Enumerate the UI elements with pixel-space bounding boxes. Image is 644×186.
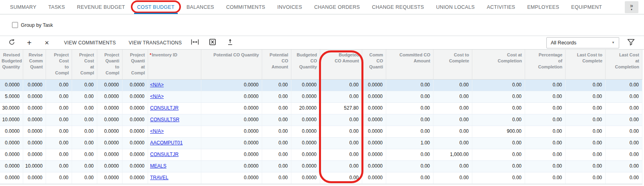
cell-last-cost-to-complete[interactable]: 0.00 [566,114,606,126]
cell-committed-co-amount[interactable]: 0.00 [386,126,433,137]
cell-revised-committed-quantity[interactable]: 0.0000 [23,80,46,91]
cell-committed-co-amount[interactable]: 0.00 [386,91,433,102]
refresh-button[interactable] [6,38,17,48]
cell-project-cost-to-complete[interactable]: 0.00 [46,126,72,137]
cell-committed-co-amount[interactable]: 0.00 [386,114,433,126]
cell-project-quantity-at-complete[interactable]: 0.0000 [122,114,148,126]
column-header-potential-co-quantity[interactable]: Potential CO Quantity [201,50,262,79]
cell-project-cost-at-complete[interactable]: 0.00 [72,114,97,126]
view-commitments-button[interactable]: VIEW COMMITMENTS [62,38,118,47]
cell-project-quantity-to-complete[interactable]: 0.0000 [97,114,122,126]
cell-project-quantity-at-complete[interactable]: 0.0000 [122,80,148,91]
cell-committed-co-quantity[interactable]: 0.0000 [362,161,386,172]
inventory-id-link[interactable]: <N/A> [150,82,164,88]
cell-project-cost-at-complete[interactable]: 0.00 [72,161,97,172]
cell-revised-budgeted-quantity[interactable]: 0.0000 [0,126,23,137]
table-row[interactable]: 0.00000.00000.000.000.00000.0000<N/A>0.0… [0,126,642,138]
column-header-budgeted-co-amount[interactable]: Budgeted CO Amount [320,50,362,79]
cell-cost-at-completion[interactable]: 0.00 [472,138,525,149]
cell-percentage-of-completion[interactable]: 0.00 [525,161,566,172]
cell-revised-committed-quantity[interactable]: 0.0000 [23,138,46,149]
cell-project-quantity-to-complete[interactable]: 0.0000 [97,91,122,102]
column-header-inventory-id[interactable]: *Inventory ID [148,50,201,79]
cell-committed-co-amount[interactable]: 0.00 [386,149,433,160]
inventory-id-link[interactable]: CONSULTJR [150,152,179,157]
cell-budgeted-co-amount[interactable]: 0.00 [320,172,362,184]
cell-revised-budgeted-quantity[interactable]: 10.0000 [0,114,23,126]
cell-project-quantity-to-complete[interactable]: 0.0000 [97,138,122,149]
cell-project-cost-to-complete[interactable]: 0.00 [46,91,72,102]
cell-committed-co-quantity[interactable]: 0.0000 [362,138,386,149]
cell-cost-to-complete[interactable]: 0.00 [433,138,472,149]
tab-equipment[interactable]: EQUIPMENT [571,0,602,14]
cell-cost-at-completion[interactable]: 0.00 [472,103,525,114]
cell-last-cost-at-completion[interactable]: 0.00 [606,149,642,160]
cell-cost-to-complete[interactable]: 0.00 [433,172,472,184]
cell-project-cost-at-complete[interactable]: 0.00 [72,138,97,149]
cell-revised-committed-quantity[interactable]: 10.0000 [23,161,46,172]
cell-revised-budgeted-quantity[interactable]: 0.0000 [0,138,23,149]
cell-cost-at-completion[interactable]: 900.00 [472,126,525,137]
cell-project-quantity-at-complete[interactable]: 0.0000 [122,91,148,102]
cell-committed-co-quantity[interactable]: 0.0000 [362,114,386,126]
cell-revised-budgeted-quantity[interactable]: 0.0000 [0,80,23,91]
cell-potential-co-amount[interactable]: 0.00 [262,149,291,160]
cell-potential-co-amount[interactable]: 0.00 [262,103,291,114]
cell-potential-co-quantity[interactable]: 0.0000 [201,80,262,91]
table-row[interactable]: 30.00000.00000.000.000.00000.0000CONSULT… [0,103,642,114]
cell-potential-co-quantity[interactable]: 0.0000 [201,138,262,149]
tab-change-orders[interactable]: CHANGE ORDERS [314,0,360,14]
cell-budgeted-co-amount[interactable]: 0.00 [320,91,362,102]
cell-percentage-of-completion[interactable]: 0.00 [525,126,566,137]
inventory-id-link[interactable]: AACOMPUT01 [150,140,183,146]
cell-project-quantity-to-complete[interactable]: 0.0000 [97,172,122,184]
cell-cost-at-completion[interactable]: 0.00 [472,91,525,102]
cell-revised-budgeted-quantity[interactable]: 5.0000 [0,91,23,102]
cell-revised-committed-quantity[interactable]: 0.0000 [23,149,46,160]
cell-cost-to-complete[interactable]: 0.00 [433,91,472,102]
tab-cost-budget[interactable]: COST BUDGET [137,0,175,14]
cell-budgeted-co-quantity[interactable]: 0.0000 [291,172,320,184]
cell-project-cost-at-complete[interactable]: 0.00 [72,91,97,102]
cell-last-cost-at-completion[interactable]: 0.00 [606,126,642,137]
cell-budgeted-co-amount[interactable]: 0.00 [320,138,362,149]
cell-budgeted-co-quantity[interactable]: 0.0000 [291,149,320,160]
cell-project-cost-to-complete[interactable]: 0.00 [46,114,72,126]
table-row[interactable]: 10.00000.00000.000.000.00000.0000CONSULT… [0,114,642,126]
cell-project-cost-at-complete[interactable]: 0.00 [72,126,97,137]
column-header-revised-committed-quantity[interactable]: Revise Comm Quant [23,50,46,79]
cell-last-cost-to-complete[interactable]: 0.00 [566,126,606,137]
cell-committed-co-amount[interactable]: 0.00 [386,172,433,184]
inventory-id-link[interactable]: <N/A> [150,94,164,99]
table-row[interactable]: 0.000010.00000.000.000.00000.0000MEALS0.… [0,161,642,172]
cell-committed-co-amount[interactable]: 1.00 [386,138,433,149]
cell-revised-committed-quantity[interactable]: 0.0000 [23,126,46,137]
cell-committed-co-quantity[interactable]: 0.0000 [362,80,386,91]
cell-budgeted-co-amount[interactable]: 0.00 [320,126,362,137]
column-header-committed-co-quantity[interactable]: Comm CO Quanti [362,50,386,79]
cell-budgeted-co-quantity[interactable]: 0.0000 [291,80,320,91]
cell-last-cost-to-complete[interactable]: 0.00 [566,80,606,91]
cell-revised-committed-quantity[interactable]: 0.0000 [23,103,46,114]
cell-committed-co-quantity[interactable]: 0.0000 [362,172,386,184]
cell-last-cost-at-completion[interactable]: 0.00 [606,138,642,149]
cell-cost-at-completion[interactable]: 0.00 [472,80,525,91]
cell-last-cost-to-complete[interactable]: 0.00 [566,161,606,172]
cell-potential-co-quantity[interactable]: 0.0000 [201,126,262,137]
cell-potential-co-quantity[interactable]: 0.0000 [201,161,262,172]
cell-project-cost-at-complete[interactable]: 0.00 [72,80,97,91]
tab-overflow-button[interactable]: » ▼ [625,1,638,13]
cell-project-cost-at-complete[interactable]: 0.00 [72,149,97,160]
inventory-id-link[interactable]: <N/A> [150,128,164,134]
cell-committed-co-quantity[interactable]: 0.0000 [362,126,386,137]
tab-invoices[interactable]: INVOICES [277,0,302,14]
tab-summary[interactable]: SUMMARY [10,0,36,14]
inventory-id-link[interactable]: MEALS [150,163,167,169]
cell-project-quantity-to-complete[interactable]: 0.0000 [97,161,122,172]
cell-percentage-of-completion[interactable]: 0.00 [525,114,566,126]
cell-project-cost-to-complete[interactable]: 0.00 [46,161,72,172]
tab-commitments[interactable]: COMMITMENTS [226,0,265,14]
cell-project-quantity-at-complete[interactable]: 0.0000 [122,161,148,172]
cell-potential-co-amount[interactable]: 0.00 [262,161,291,172]
column-header-committed-co-amount[interactable]: Committed CO Amount [386,50,433,79]
